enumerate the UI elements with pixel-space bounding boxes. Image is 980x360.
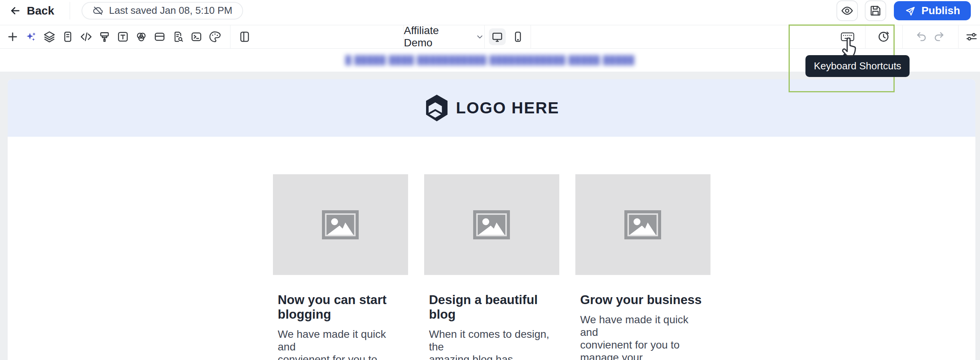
- redo-button[interactable]: [931, 28, 947, 45]
- keyboard-shortcuts-button[interactable]: [839, 28, 856, 45]
- device-preview-toggle: [485, 25, 531, 48]
- split-view-icon: [238, 30, 251, 43]
- layers-icon: [43, 30, 56, 43]
- logo-icon: [424, 94, 450, 122]
- palette-icon: [208, 30, 221, 43]
- image-placeholder-icon: [624, 210, 661, 239]
- card-excerpt: When it comes to design, the amazing blo…: [429, 328, 554, 360]
- ai-sparkles-icon: [24, 30, 38, 43]
- image-placeholder-icon: [322, 210, 359, 239]
- eye-icon: [841, 4, 854, 17]
- page-url-strip: █ █████ ████ ███████████ ████████████ ██…: [0, 49, 980, 72]
- toolbar-divider: [531, 25, 531, 48]
- page-selector-label: Affiliate Demo: [404, 25, 467, 49]
- toolbar-divider: [902, 25, 903, 48]
- desktop-preview-button[interactable]: [489, 28, 506, 45]
- blog-card[interactable]: Grow your business We have made it quick…: [575, 174, 710, 360]
- card-excerpt: We have made it quick and convienent for…: [580, 313, 705, 360]
- toolbar-divider: [865, 25, 866, 48]
- card-title[interactable]: Grow your business: [580, 293, 705, 307]
- ai-assistant-button[interactable]: [23, 29, 39, 44]
- topbar-divider: [70, 2, 70, 20]
- image-placeholder: [575, 174, 710, 275]
- logo-text: LOGO HERE: [456, 99, 559, 117]
- blog-card[interactable]: Design a beautiful blog When it comes to…: [424, 174, 559, 360]
- page-selector-dropdown[interactable]: Affiliate Demo: [404, 25, 484, 48]
- publish-button[interactable]: Publish: [894, 1, 971, 20]
- back-label: Back: [27, 4, 54, 17]
- keyboard-icon: [840, 31, 855, 43]
- undo-button[interactable]: [913, 28, 930, 45]
- card-excerpt: We have made it quick and convienent for…: [278, 328, 403, 360]
- mobile-icon: [511, 30, 524, 43]
- save-status-pill: Last saved Jan 08, 5:10 PM: [82, 2, 243, 20]
- typography-icon: [116, 30, 129, 43]
- settings-sliders-button[interactable]: [963, 28, 980, 45]
- blend-colors-button[interactable]: [134, 29, 149, 44]
- save-status-text: Last saved Jan 08, 5:10 PM: [109, 5, 232, 16]
- paint-roller-icon: [98, 30, 111, 43]
- insert-tools-group: [0, 29, 225, 44]
- blog-card[interactable]: Now you can start blogging We have made …: [273, 174, 408, 360]
- chevron-down-icon: [475, 32, 484, 41]
- top-bar: Back Last saved Jan 08, 5:10 PM Publish: [0, 0, 980, 25]
- page-canvas[interactable]: LOGO HERE Now you can start blogging: [8, 79, 975, 360]
- save-button[interactable]: [865, 0, 886, 21]
- notes-button[interactable]: [60, 29, 75, 44]
- add-element-button[interactable]: [5, 29, 20, 44]
- image-placeholder-icon: [473, 210, 510, 239]
- theme-palette-button[interactable]: [207, 29, 222, 44]
- save-floppy-icon: [869, 4, 882, 17]
- browser-card-icon: [153, 30, 166, 43]
- send-icon: [905, 5, 916, 16]
- layers-button[interactable]: [42, 29, 57, 44]
- editor-window: Back Last saved Jan 08, 5:10 PM Publish: [0, 0, 980, 360]
- style-paint-button[interactable]: [97, 29, 112, 44]
- blog-cards-row: Now you can start blogging We have made …: [8, 137, 975, 360]
- publish-label: Publish: [921, 5, 960, 17]
- undo-icon: [915, 31, 928, 43]
- sliders-icon: [965, 30, 978, 43]
- editor-toolbar: Affiliate Demo: [0, 25, 980, 49]
- desktop-icon: [491, 30, 504, 43]
- seo-audit-button[interactable]: [170, 29, 186, 44]
- code-icon: [80, 30, 93, 43]
- card-title[interactable]: Now you can start blogging: [278, 293, 403, 322]
- browser-card-button[interactable]: [152, 29, 167, 44]
- preview-button[interactable]: [836, 0, 858, 21]
- image-placeholder: [424, 174, 559, 275]
- cloud-off-icon: [92, 5, 104, 16]
- typography-button[interactable]: [115, 29, 131, 44]
- history-clock-icon: [877, 30, 890, 43]
- blend-circles-icon: [135, 30, 148, 43]
- split-view-button[interactable]: [237, 29, 252, 44]
- redo-icon: [933, 31, 945, 43]
- plus-icon: [6, 30, 19, 43]
- site-header-section[interactable]: LOGO HERE: [8, 79, 975, 137]
- terminal-button[interactable]: [189, 29, 204, 44]
- notes-icon: [61, 30, 74, 43]
- toolbar-divider: [958, 25, 959, 48]
- back-arrow-icon: [9, 5, 21, 17]
- doc-search-icon: [172, 30, 185, 43]
- mobile-preview-button[interactable]: [510, 28, 526, 45]
- blurred-page-url[interactable]: █ █████ ████ ███████████ ████████████ ██…: [345, 55, 635, 65]
- canvas-workspace: LOGO HERE Now you can start blogging: [0, 72, 980, 360]
- terminal-icon: [190, 30, 203, 43]
- toolbar-divider: [230, 25, 230, 48]
- back-button[interactable]: Back: [9, 4, 54, 17]
- code-button[interactable]: [78, 29, 94, 44]
- version-history-button[interactable]: [875, 28, 892, 45]
- card-title[interactable]: Design a beautiful blog: [429, 293, 554, 322]
- image-placeholder: [273, 174, 408, 275]
